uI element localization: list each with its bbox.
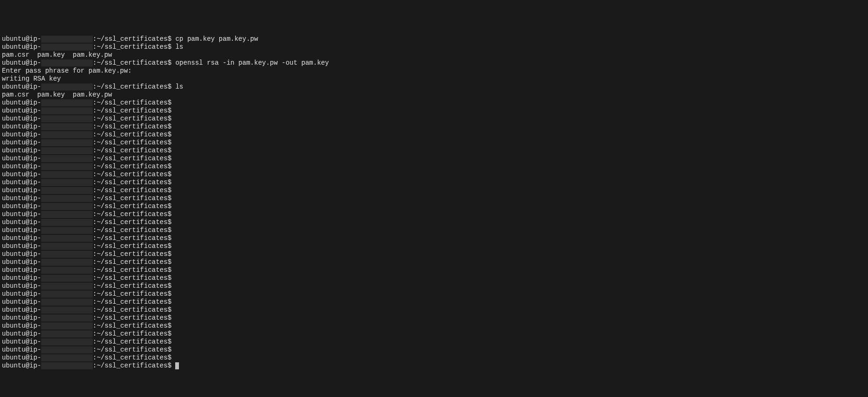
prompt-path: :~/ssl_certificates$ (93, 59, 171, 67)
terminal-line: ubuntu@ip- :~/ssl_certificates$ (2, 163, 866, 171)
prompt-path: :~/ssl_certificates$ (93, 99, 171, 106)
terminal-line: ubuntu@ip- :~/ssl_certificates$ (2, 266, 866, 274)
terminal-line: ubuntu@ip- :~/ssl_certificates$ (2, 330, 866, 338)
terminal-output[interactable]: ubuntu@ip- :~/ssl_certificates$ cp pam.k… (2, 35, 866, 370)
terminal-line: ubuntu@ip- :~/ssl_certificates$ (2, 107, 866, 115)
prompt-redacted-ip (41, 83, 93, 90)
prompt-path: :~/ssl_certificates$ (93, 218, 171, 226)
prompt-redacted-ip (41, 115, 93, 122)
prompt-user-host: ubuntu@ip- (2, 195, 41, 202)
terminal-line: ubuntu@ip- :~/ssl_certificates$ (2, 346, 866, 354)
prompt-redacted-ip (41, 362, 93, 369)
prompt-user-host: ubuntu@ip- (2, 218, 41, 226)
prompt-path: :~/ssl_certificates$ (93, 250, 171, 258)
prompt-path: :~/ssl_certificates$ (93, 266, 171, 274)
command-text: cp pam.key pam.key.pw (171, 35, 258, 43)
prompt-redacted-ip (41, 187, 93, 194)
prompt-user-host: ubuntu@ip- (2, 131, 41, 138)
terminal-line: ubuntu@ip- :~/ssl_certificates$ cp pam.k… (2, 35, 866, 43)
terminal-line: ubuntu@ip- :~/ssl_certificates$ (2, 139, 866, 147)
prompt-user-host: ubuntu@ip- (2, 155, 41, 162)
prompt-user-host: ubuntu@ip- (2, 107, 41, 114)
terminal-line: ubuntu@ip- :~/ssl_certificates$ (2, 234, 866, 242)
prompt-path: :~/ssl_certificates$ (93, 274, 171, 282)
prompt-redacted-ip (41, 299, 93, 306)
prompt-path: :~/ssl_certificates$ (93, 139, 171, 146)
prompt-redacted-ip (41, 163, 93, 170)
prompt-path: :~/ssl_certificates$ (93, 330, 171, 337)
prompt-redacted-ip (41, 195, 93, 202)
prompt-path: :~/ssl_certificates$ (93, 354, 171, 361)
prompt-user-host: ubuntu@ip- (2, 171, 41, 178)
prompt-user-host: ubuntu@ip- (2, 274, 41, 282)
prompt-path: :~/ssl_certificates$ (93, 43, 171, 51)
prompt-user-host: ubuntu@ip- (2, 123, 41, 130)
prompt-user-host: ubuntu@ip- (2, 354, 41, 361)
prompt-redacted-ip (41, 131, 93, 138)
prompt-path: :~/ssl_certificates$ (93, 242, 171, 250)
prompt-redacted-ip (41, 60, 93, 67)
prompt-path: :~/ssl_certificates$ (93, 362, 171, 369)
prompt-path: :~/ssl_certificates$ (93, 314, 171, 322)
prompt-path: :~/ssl_certificates$ (93, 210, 171, 218)
command-text (171, 362, 175, 369)
command-text: ls (171, 83, 183, 90)
prompt-user-host: ubuntu@ip- (2, 115, 41, 122)
terminal-line: ubuntu@ip- :~/ssl_certificates$ (2, 314, 866, 322)
prompt-user-host: ubuntu@ip- (2, 99, 41, 106)
prompt-path: :~/ssl_certificates$ (93, 147, 171, 154)
prompt-user-host: ubuntu@ip- (2, 147, 41, 154)
prompt-redacted-ip (41, 330, 93, 337)
prompt-path: :~/ssl_certificates$ (93, 155, 171, 162)
prompt-user-host: ubuntu@ip- (2, 242, 41, 250)
prompt-redacted-ip (41, 235, 93, 242)
prompt-redacted-ip (41, 44, 93, 51)
terminal-line: ubuntu@ip- :~/ssl_certificates$ (2, 155, 866, 163)
command-text: ls (171, 43, 183, 51)
prompt-path: :~/ssl_certificates$ (93, 115, 171, 122)
prompt-user-host: ubuntu@ip- (2, 362, 41, 369)
terminal-line: ubuntu@ip- :~/ssl_certificates$ (2, 362, 866, 370)
prompt-redacted-ip (41, 139, 93, 146)
prompt-user-host: ubuntu@ip- (2, 226, 41, 234)
prompt-path: :~/ssl_certificates$ (93, 306, 171, 314)
terminal-line: Enter pass phrase for pam.key.pw: (2, 67, 866, 75)
terminal-line: ubuntu@ip- :~/ssl_certificates$ (2, 322, 866, 330)
terminal-line: writing RSA key (2, 75, 866, 83)
prompt-path: :~/ssl_certificates$ (93, 290, 171, 298)
terminal-line: ubuntu@ip- :~/ssl_certificates$ openssl … (2, 59, 866, 67)
terminal-line: ubuntu@ip- :~/ssl_certificates$ (2, 274, 866, 282)
terminal-line: ubuntu@ip- :~/ssl_certificates$ ls (2, 43, 866, 51)
prompt-redacted-ip (41, 275, 93, 282)
prompt-redacted-ip (41, 203, 93, 210)
prompt-redacted-ip (41, 346, 93, 353)
terminal-line: ubuntu@ip- :~/ssl_certificates$ (2, 115, 866, 123)
prompt-redacted-ip (41, 291, 93, 298)
prompt-redacted-ip (41, 123, 93, 130)
prompt-user-host: ubuntu@ip- (2, 282, 41, 290)
output-text: pam.csr pam.key pam.key.pw (2, 91, 112, 98)
prompt-path: :~/ssl_certificates$ (93, 202, 171, 210)
prompt-redacted-ip (41, 227, 93, 234)
terminal-line: ubuntu@ip- :~/ssl_certificates$ (2, 171, 866, 179)
prompt-user-host: ubuntu@ip- (2, 338, 41, 345)
terminal-line: ubuntu@ip- :~/ssl_certificates$ (2, 195, 866, 202)
prompt-user-host: ubuntu@ip- (2, 83, 41, 90)
prompt-path: :~/ssl_certificates$ (93, 298, 171, 306)
prompt-redacted-ip (41, 315, 93, 322)
prompt-path: :~/ssl_certificates$ (93, 234, 171, 242)
prompt-user-host: ubuntu@ip- (2, 250, 41, 258)
prompt-redacted-ip (41, 171, 93, 178)
prompt-redacted-ip (41, 354, 93, 361)
prompt-redacted-ip (41, 267, 93, 274)
terminal-line: ubuntu@ip- :~/ssl_certificates$ ls (2, 83, 866, 91)
prompt-redacted-ip (41, 99, 93, 106)
prompt-user-host: ubuntu@ip- (2, 35, 41, 43)
prompt-user-host: ubuntu@ip- (2, 234, 41, 242)
prompt-user-host: ubuntu@ip- (2, 179, 41, 186)
terminal-line: ubuntu@ip- :~/ssl_certificates$ (2, 282, 866, 290)
prompt-redacted-ip (41, 107, 93, 114)
prompt-user-host: ubuntu@ip- (2, 306, 41, 314)
prompt-path: :~/ssl_certificates$ (93, 163, 171, 170)
prompt-user-host: ubuntu@ip- (2, 322, 41, 330)
